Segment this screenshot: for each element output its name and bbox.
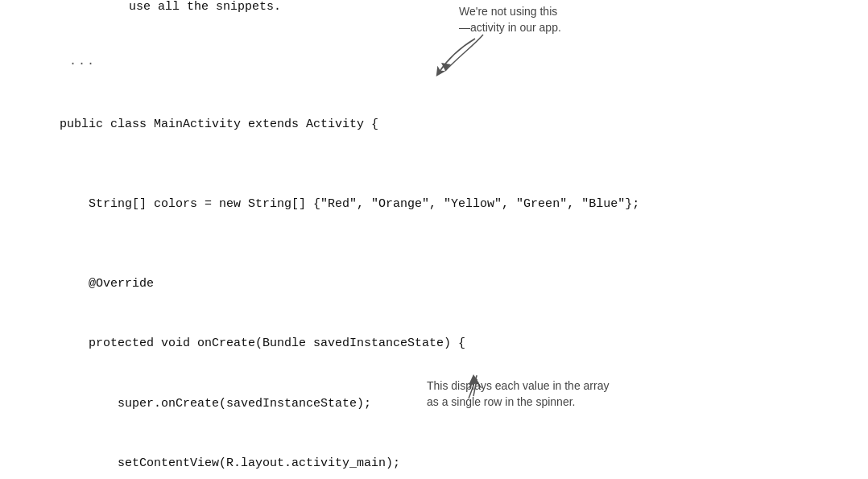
code-line-override: @Override — [16, 254, 868, 314]
code-line-colors: String[] colors = new String[] {"Red", "… — [16, 175, 868, 234]
code-line-class: public class MainActivity extends Activi… — [16, 95, 868, 155]
code-line-setcontent: setContentView(R.layout.activity_main); — [16, 434, 868, 479]
annotation-2: This displays each value in the array as… — [427, 378, 668, 410]
page: use all the snippets. We're not using th… — [0, 0, 868, 479]
code-blank-2 — [16, 235, 868, 255]
code-blank-1 — [16, 155, 868, 175]
code-ellipsis: ... — [16, 32, 868, 92]
code-line-oncreate: protected void onCreate(Bundle savedInst… — [16, 315, 868, 374]
